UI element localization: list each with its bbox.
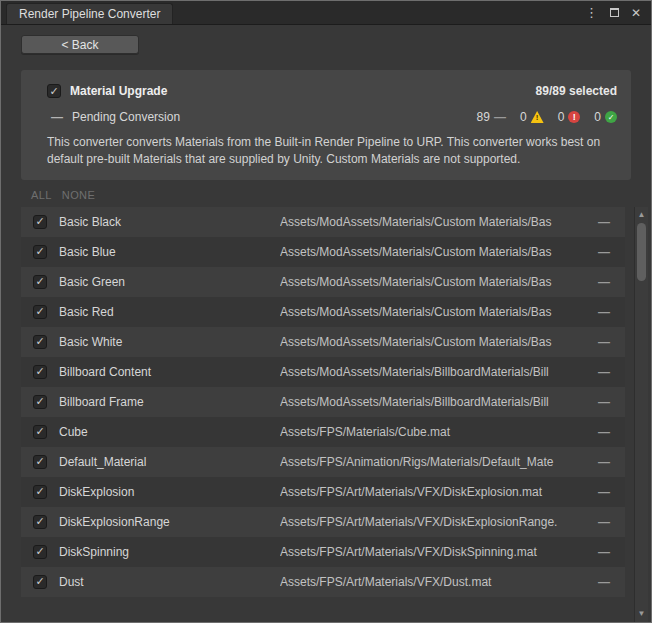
pending-conversion-label: Pending Conversion	[72, 110, 180, 124]
item-checkbox[interactable]: ✓	[33, 215, 47, 229]
window-tab[interactable]: Render Pipeline Converter	[6, 3, 173, 24]
scroll-down-icon[interactable]: ▼	[638, 608, 646, 620]
checkmark-icon: ✓	[35, 246, 44, 257]
list-item[interactable]: ✓ Basic White Assets/ModAssets/Materials…	[21, 327, 625, 357]
item-name: Billboard Frame	[59, 395, 280, 409]
checkmark-icon: ✓	[35, 366, 44, 377]
list-item[interactable]: ✓ Dust Assets/FPS/Art/Materials/VFX/Dust…	[21, 567, 625, 597]
item-checkbox[interactable]: ✓	[33, 575, 47, 589]
list-item[interactable]: ✓ Default_Material Assets/FPS/Animation/…	[21, 447, 625, 477]
scrollbar-thumb[interactable]	[637, 223, 646, 281]
item-name: Basic Black	[59, 215, 280, 229]
item-checkbox[interactable]: ✓	[33, 395, 47, 409]
list-item[interactable]: ✓ Basic Red Assets/ModAssets/Materials/C…	[21, 297, 625, 327]
converter-description: This converter converts Materials from t…	[35, 132, 617, 170]
titlebar-spacer	[173, 1, 585, 24]
item-status-dash-icon: —	[583, 575, 625, 589]
conversion-list: ✓ Basic Black Assets/ModAssets/Materials…	[21, 207, 625, 622]
window-menu-icon[interactable]: ⋮	[585, 6, 598, 19]
list-item[interactable]: ✓ Basic Blue Assets/ModAssets/Materials/…	[21, 237, 625, 267]
item-name: Default_Material	[59, 455, 280, 469]
item-path: Assets/ModAssets/Materials/Custom Materi…	[280, 275, 583, 289]
item-checkbox[interactable]: ✓	[33, 455, 47, 469]
window-content: < Back ✓ Material Upgrade 89/89 selected…	[1, 25, 651, 622]
item-checkbox[interactable]: ✓	[33, 485, 47, 499]
render-pipeline-converter-window: Render Pipeline Converter ⋮ ✕ < Back ✓ M…	[0, 0, 652, 623]
pending-dash-icon: —	[494, 110, 506, 124]
maximize-icon[interactable]	[610, 8, 619, 17]
checkmark-icon: ✓	[35, 576, 44, 587]
converter-panel: ✓ Material Upgrade 89/89 selected — Pend…	[21, 70, 631, 180]
checkmark-icon: ✓	[35, 306, 44, 317]
success-count: 0	[594, 110, 601, 124]
item-checkbox[interactable]: ✓	[33, 515, 47, 529]
checkmark-icon: ✓	[35, 336, 44, 347]
item-path: Assets/ModAssets/Materials/Custom Materi…	[280, 335, 583, 349]
item-path: Assets/ModAssets/Materials/Custom Materi…	[280, 245, 583, 259]
list-item[interactable]: ✓ DiskExplosion Assets/FPS/Art/Materials…	[21, 477, 625, 507]
pending-count: 89	[477, 110, 490, 124]
item-status-dash-icon: —	[583, 545, 625, 559]
error-count: 0	[558, 110, 565, 124]
window-tab-title: Render Pipeline Converter	[19, 7, 160, 21]
item-status-dash-icon: —	[583, 365, 625, 379]
item-checkbox[interactable]: ✓	[33, 365, 47, 379]
checkmark-icon: ✓	[35, 276, 44, 287]
item-name: DiskExplosion	[59, 485, 280, 499]
item-path: Assets/FPS/Art/Materials/VFX/DiskExplosi…	[280, 485, 583, 499]
list-item[interactable]: ✓ Billboard Frame Assets/ModAssets/Mater…	[21, 387, 625, 417]
item-status-dash-icon: —	[583, 395, 625, 409]
list-item[interactable]: ✓ Basic Green Assets/ModAssets/Materials…	[21, 267, 625, 297]
checkmark-icon: ✓	[35, 426, 44, 437]
list-item[interactable]: ✓ DiskSpinning Assets/FPS/Art/Materials/…	[21, 537, 625, 567]
item-path: Assets/FPS/Materials/Cube.mat	[280, 425, 583, 439]
item-checkbox[interactable]: ✓	[33, 425, 47, 439]
item-path: Assets/ModAssets/Materials/BillboardMate…	[280, 395, 583, 409]
item-checkbox[interactable]: ✓	[33, 275, 47, 289]
checkmark-icon: ✓	[35, 516, 44, 527]
vertical-scrollbar[interactable]: ▲ ▼	[634, 207, 648, 622]
status-counts: 89 — 0 0 ! 0 ✓	[477, 110, 617, 124]
list-item[interactable]: ✓ Basic Black Assets/ModAssets/Materials…	[21, 207, 625, 237]
item-checkbox[interactable]: ✓	[33, 545, 47, 559]
item-checkbox[interactable]: ✓	[33, 305, 47, 319]
select-all-button[interactable]: ALL	[31, 189, 52, 201]
item-status-dash-icon: —	[583, 275, 625, 289]
item-status-dash-icon: —	[583, 335, 625, 349]
list-item[interactable]: ✓ Billboard Content Assets/ModAssets/Mat…	[21, 357, 625, 387]
item-checkbox[interactable]: ✓	[33, 245, 47, 259]
item-checkbox[interactable]: ✓	[33, 335, 47, 349]
foldout-dash-icon[interactable]: —	[51, 110, 63, 124]
checkmark-icon: ✓	[35, 216, 44, 227]
warning-count-group: 0	[520, 110, 544, 124]
scrollbar-track[interactable]	[635, 221, 648, 608]
back-button[interactable]: < Back	[21, 35, 139, 54]
selected-summary: 89/89 selected	[536, 84, 617, 98]
list-region: ✓ Basic Black Assets/ModAssets/Materials…	[1, 207, 651, 622]
checkmark-icon: ✓	[35, 546, 44, 557]
converter-title: Material Upgrade	[70, 84, 167, 98]
item-name: DiskSpinning	[59, 545, 280, 559]
item-path: Assets/FPS/Art/Materials/VFX/DiskSpinnin…	[280, 545, 583, 559]
window-controls: ⋮ ✕	[585, 1, 651, 24]
checkmark-icon: ✓	[35, 486, 44, 497]
title-bar: Render Pipeline Converter ⋮ ✕	[1, 1, 651, 25]
warning-icon	[531, 111, 544, 123]
item-path: Assets/ModAssets/Materials/Custom Materi…	[280, 215, 583, 229]
close-icon[interactable]: ✕	[631, 7, 641, 19]
select-none-button[interactable]: NONE	[62, 189, 95, 201]
error-icon: !	[568, 111, 580, 123]
item-status-dash-icon: —	[583, 515, 625, 529]
item-name: Basic Blue	[59, 245, 280, 259]
item-path: Assets/ModAssets/Materials/BillboardMate…	[280, 365, 583, 379]
converter-checkbox[interactable]: ✓	[47, 84, 61, 98]
checkmark-icon: ✓	[49, 85, 58, 96]
item-status-dash-icon: —	[583, 305, 625, 319]
scroll-up-icon[interactable]: ▲	[638, 209, 646, 221]
item-status-dash-icon: —	[583, 245, 625, 259]
list-item[interactable]: ✓ DiskExplosionRange Assets/FPS/Art/Mate…	[21, 507, 625, 537]
item-name: Basic White	[59, 335, 280, 349]
item-status-dash-icon: —	[583, 425, 625, 439]
list-item[interactable]: ✓ Cube Assets/FPS/Materials/Cube.mat —	[21, 417, 625, 447]
item-status-dash-icon: —	[583, 215, 625, 229]
